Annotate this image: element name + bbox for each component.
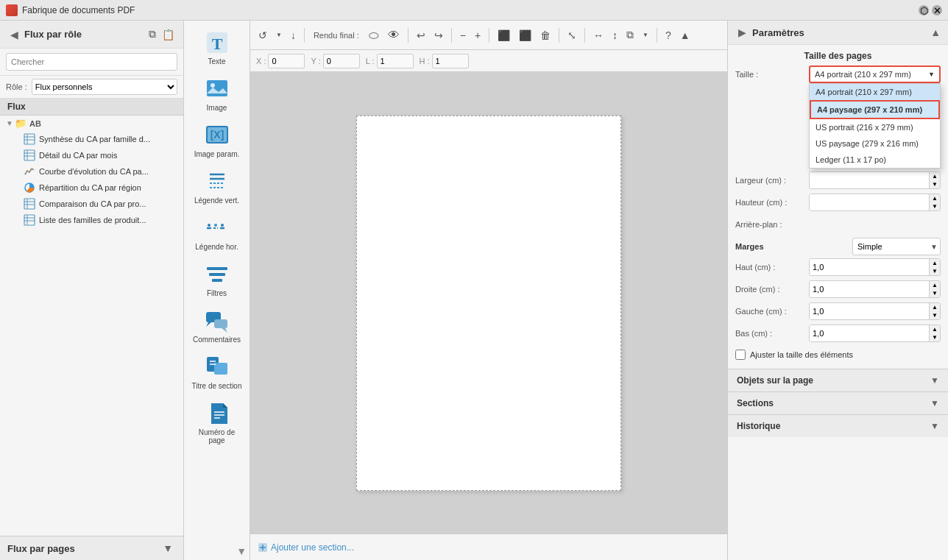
- width-down-button[interactable]: ▼: [930, 180, 940, 188]
- align-left-button[interactable]: ⬛: [494, 27, 514, 43]
- left-up-button[interactable]: ▲: [930, 303, 940, 311]
- right-input[interactable]: [810, 281, 929, 297]
- size-label: Taille :: [735, 70, 809, 79]
- tree-item-repartition[interactable]: Répartition du CA par région: [0, 180, 183, 196]
- bottom-up-button[interactable]: ▲: [930, 325, 940, 333]
- search-row: [0, 49, 183, 76]
- sections-accordion-header[interactable]: Sections ▼: [728, 392, 948, 414]
- history-accordion-header[interactable]: Historique ▼: [728, 415, 948, 437]
- eye-button[interactable]: 👁: [384, 26, 403, 44]
- width-label: Largeur (cm) :: [735, 176, 809, 185]
- tree-item-comparaison[interactable]: Comparaison du CA par pro...: [0, 196, 183, 212]
- expand-button[interactable]: ⤡: [564, 27, 580, 43]
- undo-button[interactable]: ↩: [413, 27, 429, 43]
- delete-button[interactable]: 🗑: [537, 27, 554, 43]
- widget-filters[interactable]: Filtres: [189, 258, 245, 300]
- size-option-us-portrait[interactable]: US portrait (216 x 279 mm): [810, 119, 940, 135]
- download-button[interactable]: ↓: [287, 27, 300, 43]
- size-select-display[interactable]: A4 portrait (210 x 297 mm) ▼: [809, 65, 941, 83]
- widget-image[interactable]: Image: [189, 73, 245, 115]
- margin-type-select[interactable]: Simple: [852, 238, 941, 255]
- bottom-panel-expand-button[interactable]: ▼: [160, 542, 176, 554]
- minus-button[interactable]: −: [456, 27, 470, 43]
- objects-accordion-header[interactable]: Objets sur la page ▼: [728, 369, 948, 391]
- widget-comments[interactable]: Commentaires: [189, 305, 245, 347]
- copy-button[interactable]: ⧉: [147, 26, 158, 42]
- h-input[interactable]: [432, 54, 469, 68]
- layers-dropdown-button[interactable]: ▼: [639, 29, 652, 40]
- widget-comments-label: Commentaires: [193, 336, 241, 344]
- height-button[interactable]: ↕: [609, 27, 621, 43]
- bottom-down-button[interactable]: ▼: [930, 333, 940, 341]
- left-down-button[interactable]: ▼: [930, 311, 940, 319]
- add-section-icon: [258, 542, 268, 553]
- tree-folder-ab[interactable]: ▼ 📁 AB: [0, 116, 183, 131]
- separator-2: [408, 28, 408, 43]
- right-up-button[interactable]: ▲: [930, 281, 940, 289]
- size-option-us-paysage[interactable]: US paysage (279 x 216 mm): [810, 135, 940, 152]
- widget-section-title-label: Titre de section: [192, 382, 242, 390]
- align-right-button[interactable]: ⬛: [515, 27, 535, 43]
- canvas-area[interactable]: [250, 72, 727, 534]
- y-input[interactable]: [323, 54, 360, 68]
- search-input[interactable]: [6, 53, 177, 71]
- size-option-a4-portrait[interactable]: A4 portrait (210 x 297 mm): [810, 84, 940, 100]
- top-down-button[interactable]: ▼: [930, 267, 940, 275]
- role-select[interactable]: Flux personnels: [32, 79, 177, 95]
- widget-text[interactable]: T Texte: [189, 26, 245, 68]
- width-up-button[interactable]: ▲: [930, 172, 940, 180]
- l-input[interactable]: [377, 54, 414, 68]
- widget-legend-vert[interactable]: Légende vert.: [189, 166, 245, 208]
- height-down-button[interactable]: ▼: [930, 202, 940, 210]
- size-selected-text: A4 portrait (210 x 297 mm): [815, 70, 911, 79]
- restore-button[interactable]: ⬡: [919, 5, 929, 15]
- adjust-checkbox[interactable]: [735, 350, 746, 360]
- widget-image-param[interactable]: [X] Image param.: [189, 119, 245, 161]
- dropdown-refresh-button[interactable]: ▼: [272, 29, 286, 40]
- top-up-button[interactable]: ▲: [930, 259, 940, 267]
- help-button[interactable]: ?: [662, 27, 675, 43]
- width-button[interactable]: ↔: [590, 27, 607, 43]
- left-input[interactable]: [810, 303, 929, 319]
- left-panel-collapse-button[interactable]: ◀: [7, 29, 21, 40]
- right-down-button[interactable]: ▼: [930, 289, 940, 297]
- right-panel-collapse-button[interactable]: ▲: [930, 26, 941, 38]
- add-section-button[interactable]: Ajouter une section...: [258, 542, 354, 553]
- widget-page-number[interactable]: Numéro de page: [189, 397, 245, 447]
- height-control: ▲ ▼: [809, 194, 941, 211]
- close-button[interactable]: ✕: [932, 5, 942, 15]
- width-input[interactable]: [810, 172, 929, 188]
- right-panel-expand-button[interactable]: ▶: [735, 26, 749, 38]
- svg-marker-38: [206, 322, 211, 327]
- size-option-ledger[interactable]: Ledger (11 x 17 po): [810, 152, 940, 168]
- svg-rect-36: [212, 279, 222, 282]
- size-select-wrapper: A4 portrait (210 x 297 mm) ▼ A4 portrait…: [809, 65, 941, 83]
- width-spinner: ▲ ▼: [929, 172, 940, 188]
- toggle-render-button[interactable]: ⬭: [365, 26, 383, 44]
- image-widget-icon: [204, 76, 230, 102]
- bottom-control: ▲ ▼: [809, 325, 941, 342]
- tree-item-synthese[interactable]: Synthèse du CA par famille d...: [0, 131, 183, 147]
- titlebar: Fabrique de documents PDF ⬡ ✕: [0, 0, 948, 21]
- top-input[interactable]: [810, 259, 929, 275]
- redo-button[interactable]: ↪: [431, 27, 447, 43]
- plus-button[interactable]: +: [471, 27, 484, 43]
- widgets-scroll-down-button[interactable]: ▼: [236, 545, 247, 557]
- widget-filters-label: Filtres: [207, 289, 227, 297]
- tree-item-liste[interactable]: Liste des familles de produit...: [0, 212, 183, 228]
- layers-button[interactable]: ⧉: [623, 26, 637, 43]
- arrow-button[interactable]: ▲: [676, 27, 694, 43]
- height-input[interactable]: [810, 194, 929, 210]
- widget-section-title[interactable]: Titre de section: [189, 351, 245, 393]
- paste-button[interactable]: 📋: [160, 26, 176, 42]
- left-panel: ◀ Flux par rôle ⧉ 📋 Rôle : Flux personne…: [0, 21, 184, 560]
- height-up-button[interactable]: ▲: [930, 194, 940, 202]
- x-input[interactable]: [268, 54, 305, 68]
- widget-legend-hor[interactable]: Légende hor.: [189, 212, 245, 254]
- size-option-a4-paysage[interactable]: A4 paysage (297 x 210 mm): [810, 100, 940, 119]
- tree-item-courbe[interactable]: Courbe d'évolution du CA pa...: [0, 163, 183, 180]
- refresh-button[interactable]: ↺: [255, 27, 271, 43]
- tree-item-detail[interactable]: Détail du CA par mois: [0, 147, 183, 163]
- bottom-input[interactable]: [810, 325, 929, 341]
- right-panel-header: ▶ Paramètres ▲: [728, 21, 948, 45]
